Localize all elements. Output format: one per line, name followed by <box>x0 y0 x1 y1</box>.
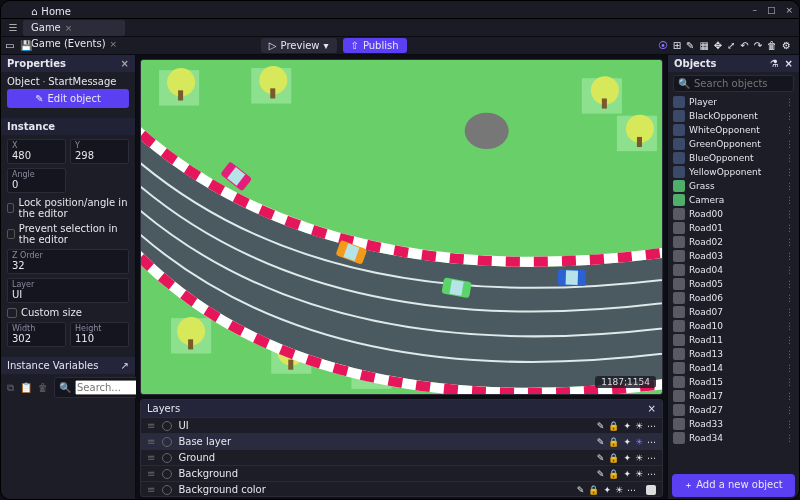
object-item[interactable]: Road07⋮ <box>668 305 799 319</box>
zorder-field[interactable]: Z Order <box>7 249 129 274</box>
more-icon[interactable]: ⋮ <box>785 237 794 247</box>
more-icon[interactable]: ⋮ <box>785 377 794 387</box>
angle-input[interactable] <box>12 179 61 190</box>
object-item[interactable]: Road27⋮ <box>668 403 799 417</box>
close-icon[interactable]: × <box>785 58 793 69</box>
object-item[interactable]: Road03⋮ <box>668 249 799 263</box>
object-item[interactable]: Road17⋮ <box>668 389 799 403</box>
lock-icon[interactable]: 🔒 <box>608 469 619 479</box>
light-icon[interactable]: ☀ <box>615 485 623 495</box>
more-icon[interactable]: ⋮ <box>785 433 794 443</box>
edit-icon[interactable]: ✎ <box>577 485 585 495</box>
more-icon[interactable]: ⋯ <box>647 437 656 447</box>
more-icon[interactable]: ⋮ <box>785 181 794 191</box>
layer-row[interactable]: ≡UI✎🔒✦☀⋯ <box>141 417 662 433</box>
edit-icon[interactable]: ✎ <box>597 469 605 479</box>
drag-handle-icon[interactable]: ≡ <box>147 452 156 463</box>
effects-icon[interactable]: ✦ <box>623 421 631 431</box>
layer-row[interactable]: ≡Background color✎🔒✦☀⋯ <box>141 481 662 497</box>
external-link-icon[interactable]: ↗ <box>121 360 129 371</box>
instance-variables-header[interactable]: Instance Variables ↗ <box>1 357 135 374</box>
custom-size-checkbox[interactable]: Custom size <box>7 307 129 318</box>
light-icon[interactable]: ☀ <box>635 437 643 447</box>
object-item[interactable]: Road13⋮ <box>668 347 799 361</box>
object-item[interactable]: BlackOpponent⋮ <box>668 109 799 123</box>
more-icon[interactable]: ⋮ <box>785 321 794 331</box>
filter-icon[interactable]: ⚗ <box>770 58 779 69</box>
edit-icon[interactable]: ✎ <box>597 453 605 463</box>
objects-tab-icon[interactable]: ⦿ <box>658 40 668 51</box>
more-icon[interactable]: ⋮ <box>785 349 794 359</box>
effects-icon[interactable]: ✦ <box>623 437 631 447</box>
undo-icon[interactable]: ↶ <box>740 40 748 51</box>
color-swatch[interactable] <box>646 485 656 495</box>
visibility-icon[interactable] <box>162 453 172 463</box>
height-input[interactable] <box>75 333 124 344</box>
object-item[interactable]: Road06⋮ <box>668 291 799 305</box>
effects-icon[interactable]: ✦ <box>603 485 611 495</box>
lock-icon[interactable]: 🔒 <box>608 453 619 463</box>
close-icon[interactable]: × <box>121 58 129 69</box>
angle-field[interactable]: Angle <box>7 168 66 193</box>
drag-handle-icon[interactable]: ≡ <box>147 468 156 479</box>
object-item[interactable]: Road15⋮ <box>668 375 799 389</box>
x-field[interactable]: X <box>7 139 66 164</box>
object-item[interactable]: Road33⋮ <box>668 417 799 431</box>
edit-icon[interactable]: ✎ <box>597 421 605 431</box>
object-item[interactable]: Camera⋮ <box>668 193 799 207</box>
visibility-icon[interactable] <box>162 437 172 447</box>
groups-icon[interactable]: ⊞ <box>673 40 681 51</box>
edit-icon[interactable]: ✎ <box>686 40 694 51</box>
more-icon[interactable]: ⋮ <box>785 97 794 107</box>
more-icon[interactable]: ⋮ <box>785 111 794 121</box>
close-icon[interactable]: × <box>65 23 73 33</box>
y-field[interactable]: Y <box>70 139 129 164</box>
lock-icon[interactable]: 🔒 <box>608 421 619 431</box>
redo-icon[interactable]: ↷ <box>754 40 762 51</box>
object-item[interactable]: WhiteOpponent⋮ <box>668 123 799 137</box>
zorder-input[interactable] <box>12 260 124 271</box>
scene-canvas[interactable]: 1187;1154 <box>140 59 663 395</box>
object-item[interactable]: Grass⋮ <box>668 179 799 193</box>
more-icon[interactable]: ⋮ <box>785 251 794 261</box>
trash-icon[interactable]: 🗑 <box>767 40 777 51</box>
drag-handle-icon[interactable]: ≡ <box>147 484 156 495</box>
layer-input[interactable] <box>12 289 124 300</box>
visibility-icon[interactable] <box>162 469 172 479</box>
object-item[interactable]: Road10⋮ <box>668 319 799 333</box>
lock-checkbox[interactable]: Lock position/angle in the editor <box>7 197 129 219</box>
visibility-icon[interactable] <box>162 421 172 431</box>
more-icon[interactable]: ⋮ <box>785 167 794 177</box>
more-icon[interactable]: ⋯ <box>627 485 636 495</box>
layer-row[interactable]: ≡Ground✎🔒✦☀⋯ <box>141 449 662 465</box>
light-icon[interactable]: ☀ <box>635 453 643 463</box>
publish-button[interactable]: ⇧ Publish <box>343 38 407 53</box>
more-icon[interactable]: ⋮ <box>785 279 794 289</box>
more-icon[interactable]: ⋮ <box>785 139 794 149</box>
copy-icon[interactable]: ⧉ <box>7 382 14 394</box>
more-icon[interactable]: ⋮ <box>785 265 794 275</box>
more-icon[interactable]: ⋮ <box>785 153 794 163</box>
tool-save-icon[interactable]: 💾 <box>20 40 32 51</box>
object-item[interactable]: Player⋮ <box>668 95 799 109</box>
tab-home[interactable]: ⌂Home <box>23 4 125 20</box>
object-item[interactable]: Road34⋮ <box>668 431 799 445</box>
more-icon[interactable]: ⋮ <box>785 307 794 317</box>
more-icon[interactable]: ⋮ <box>785 223 794 233</box>
more-icon[interactable]: ⋯ <box>647 453 656 463</box>
objects-search-input[interactable] <box>694 78 800 89</box>
visibility-icon[interactable] <box>162 485 172 495</box>
window-minimize[interactable]: – <box>752 5 757 15</box>
object-item[interactable]: Road14⋮ <box>668 361 799 375</box>
effects-icon[interactable]: ✦ <box>623 469 631 479</box>
object-item[interactable]: Road05⋮ <box>668 277 799 291</box>
preview-button[interactable]: ▷ Preview ▾ <box>261 38 337 53</box>
width-input[interactable] <box>12 333 61 344</box>
more-icon[interactable]: ⋮ <box>785 335 794 345</box>
object-item[interactable]: Road04⋮ <box>668 263 799 277</box>
x-input[interactable] <box>12 150 61 161</box>
more-icon[interactable]: ⋮ <box>785 293 794 303</box>
object-item[interactable]: Road01⋮ <box>668 221 799 235</box>
chevron-down-icon[interactable]: ▾ <box>324 40 329 51</box>
object-item[interactable]: GreenOpponent⋮ <box>668 137 799 151</box>
